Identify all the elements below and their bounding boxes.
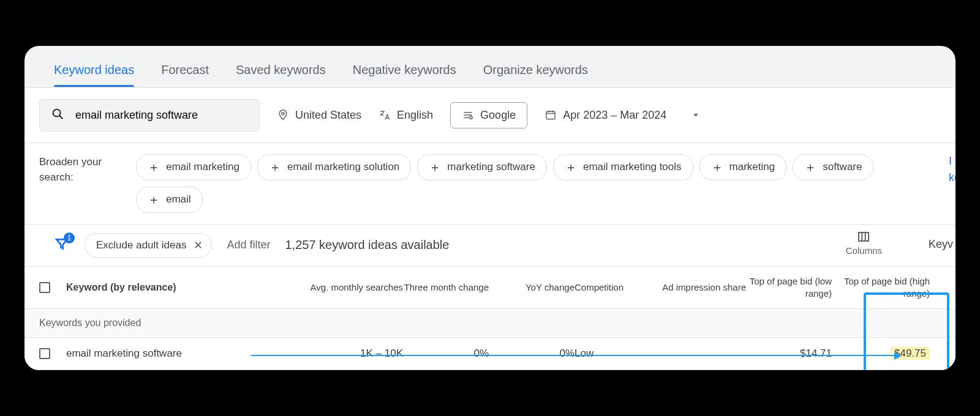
columns-icon [856,229,871,244]
search-icon [51,107,64,124]
keyword-view-partial[interactable]: Keyv [929,238,953,251]
location-pin-icon [277,109,289,121]
broaden-chip[interactable]: ＋email marketing [136,154,251,180]
plus-icon: ＋ [269,159,281,176]
plus-icon: ＋ [429,159,441,176]
select-all-checkbox[interactable] [39,282,50,293]
targeting-bar: email marketing software United States E… [24,87,956,143]
plus-icon: ＋ [148,159,160,176]
date-range-label: Apr 2023 – Mar 2024 [563,109,666,122]
svg-line-1 [59,116,62,119]
table-header: Keyword (by relevance) Avg. monthly sear… [24,267,956,310]
broaden-chip[interactable]: ＋email marketing solution [257,154,411,180]
tab-forecast[interactable]: Forecast [161,63,209,87]
date-range-selector[interactable]: Apr 2023 – Mar 2024 [545,109,702,122]
table-row[interactable]: email marketing software 1K – 10K 0% 0% … [24,338,956,370]
col-yoy[interactable]: YoY change [489,281,575,294]
svg-rect-7 [546,111,555,119]
tab-keyword-ideas[interactable]: Keyword ideas [54,63,134,87]
section-keywords-provided: Keywords you provided [24,309,956,338]
columns-label: Columns [846,245,882,256]
filter-controls: 1 Exclude adult ideas ✕ Add filter 1,257… [24,225,956,267]
planner-tabs: Keyword ideas Forecast Saved keywords Ne… [24,46,956,87]
plus-icon: ＋ [565,159,577,176]
broaden-label: Broaden your search: [39,154,119,185]
plus-icon: ＋ [148,191,160,208]
chip-label: software [823,161,862,173]
chevron-down-icon [690,109,702,121]
location-selector[interactable]: United States [277,109,361,122]
search-settings-icon [462,109,474,121]
bid-high-highlight: $49.75 [891,347,930,360]
keyword-planner-panel: Keyword ideas Forecast Saved keywords Ne… [24,46,956,371]
calendar-icon [545,109,557,121]
broaden-chip[interactable]: ＋email marketing tools [553,154,693,180]
language-label: English [397,109,433,122]
columns-button[interactable]: Columns [846,229,882,256]
cell-yoy: 0% [489,347,575,360]
col-ad-share[interactable]: Ad impression share [654,281,746,294]
side-link-partial[interactable]: Ike [949,153,956,186]
col-keyword[interactable]: Keyword (by relevance) [66,281,287,294]
filter-count-badge: 1 [64,232,75,243]
translate-icon [379,109,391,121]
applied-filter-chip[interactable]: Exclude adult ideas ✕ [85,233,212,258]
col-avg-searches[interactable]: Avg. monthly searches [287,281,403,294]
chip-label: marketing [729,161,775,173]
ideas-available-text: 1,257 keyword ideas available [285,238,449,252]
svg-point-0 [53,109,61,116]
cell-avg: 1K – 10K [287,347,403,360]
svg-rect-11 [859,232,869,241]
cell-bid-low: $14.71 [746,347,832,360]
tab-organize-keywords[interactable]: Organize keywords [483,63,588,87]
broaden-chip[interactable]: ＋email [136,187,203,213]
row-checkbox[interactable] [39,348,50,359]
broaden-chip[interactable]: ＋marketing [699,154,787,180]
chip-label: email marketing tools [583,161,682,173]
col-three-month[interactable]: Three month change [403,281,489,294]
language-selector[interactable]: English [379,109,433,122]
broaden-chips: ＋email marketing ＋email marketing soluti… [136,154,941,213]
remove-filter-icon[interactable]: ✕ [194,239,203,252]
cell-three-month: 0% [403,347,489,360]
broaden-chip[interactable]: ＋software [793,154,873,180]
cell-keyword: email marketing software [66,347,287,360]
filter-chip-label: Exclude adult ideas [96,239,186,251]
chip-label: email marketing [166,161,239,173]
chip-label: marketing software [447,161,535,173]
plus-icon: ＋ [711,159,723,176]
col-bid-low[interactable]: Top of page bid (low range) [746,275,832,300]
filter-funnel-button[interactable]: 1 [54,236,70,254]
col-bid-high[interactable]: Top of page bid (high range) [832,275,930,300]
col-competition[interactable]: Competition [575,281,654,294]
tab-saved-keywords[interactable]: Saved keywords [236,63,326,87]
cell-bid-high: $49.75 [832,347,930,360]
chip-label: email [166,193,191,206]
broaden-search-row: Broaden your search: ＋email marketing ＋e… [24,143,956,225]
svg-point-6 [470,116,472,119]
search-value: email marketing software [75,109,198,122]
broaden-chip[interactable]: ＋marketing software [417,154,547,180]
network-label: Google [480,109,516,122]
network-selector[interactable]: Google [450,102,527,128]
add-filter-button[interactable]: Add filter [227,239,270,251]
location-label: United States [295,109,361,122]
keyword-search-box[interactable]: email marketing software [39,99,260,132]
svg-point-2 [282,113,284,115]
cell-competition: Low [575,347,654,360]
plus-icon: ＋ [804,159,816,176]
tab-negative-keywords[interactable]: Negative keywords [353,63,456,87]
chip-label: email marketing solution [287,161,399,173]
